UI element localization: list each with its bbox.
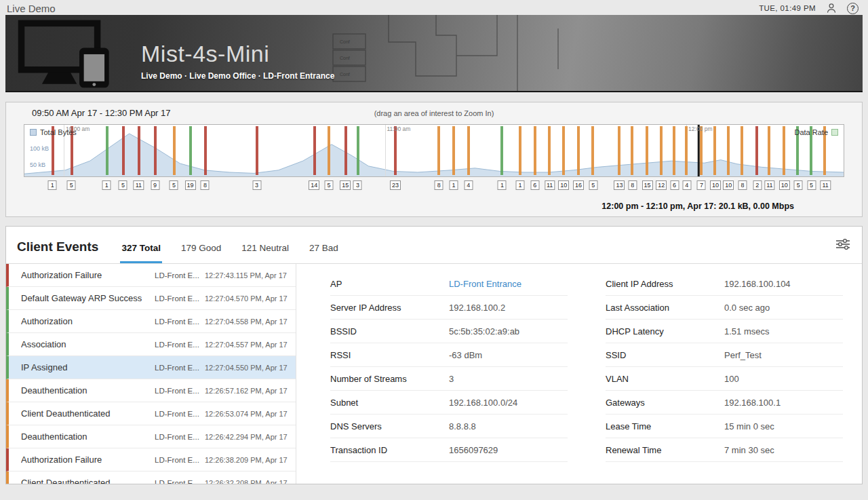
event-marker[interactable]: [189, 126, 192, 175]
event-timestamp: 12:27:04.557 PM, Apr 17: [205, 341, 292, 349]
event-row[interactable]: IP AssignedLD-Front E...12:27:04.550 PM,…: [6, 356, 296, 379]
event-count-box[interactable]: 5: [325, 180, 334, 190]
event-count-box[interactable]: 19: [185, 180, 196, 190]
traffic-timeline-chart[interactable]: Total Bytes Data Rate 100 kB 50 kB 10:00…: [24, 124, 844, 177]
event-marker[interactable]: [106, 126, 108, 175]
event-count-box[interactable]: 1: [102, 180, 111, 190]
event-marker[interactable]: [727, 126, 730, 175]
event-marker[interactable]: [562, 126, 565, 175]
event-marker[interactable]: [154, 126, 157, 175]
event-count-box[interactable]: 14: [309, 180, 319, 190]
event-marker[interactable]: [452, 126, 455, 175]
event-marker[interactable]: [631, 126, 633, 175]
event-marker[interactable]: [548, 126, 551, 175]
event-marker[interactable]: [138, 126, 140, 175]
event-count-box[interactable]: 16: [573, 180, 584, 190]
event-timestamp: 12:27:04.550 PM, Apr 17: [205, 364, 292, 372]
event-marker[interactable]: [768, 126, 770, 175]
event-count-box[interactable]: 8: [201, 180, 210, 190]
event-marker[interactable]: [519, 126, 521, 175]
event-count-box[interactable]: 1: [516, 180, 525, 190]
event-marker[interactable]: [344, 126, 347, 175]
event-marker[interactable]: [500, 126, 503, 175]
tab-327-total[interactable]: 327 Total: [120, 243, 162, 263]
event-marker[interactable]: [783, 126, 785, 175]
event-marker[interactable]: [646, 126, 648, 175]
detail-label: Last Association: [606, 303, 724, 313]
event-count-box[interactable]: 8: [628, 180, 637, 190]
event-marker[interactable]: [685, 126, 688, 175]
event-count-box[interactable]: 15: [642, 180, 653, 190]
event-count-box[interactable]: 5: [67, 180, 76, 190]
event-count-box[interactable]: 10: [779, 180, 790, 190]
event-marker[interactable]: [713, 126, 716, 175]
tab-121-neutral[interactable]: 121 Neutral: [240, 243, 290, 263]
event-row[interactable]: Client DeauthenticatedLD-Front E...12:26…: [6, 402, 296, 425]
event-count-box[interactable]: 10: [558, 180, 569, 190]
event-count-box[interactable]: 5: [170, 180, 178, 190]
event-count-box[interactable]: 3: [353, 180, 362, 190]
event-count-box[interactable]: 5: [807, 180, 816, 190]
event-marker[interactable]: [328, 126, 330, 175]
event-count-box[interactable]: 5: [794, 180, 803, 190]
event-count-box[interactable]: 4: [682, 180, 691, 190]
event-row[interactable]: DeauthenticationLD-Front E...12:26:57.16…: [6, 379, 296, 402]
event-count-box[interactable]: 5: [589, 180, 597, 190]
event-marker[interactable]: [173, 126, 176, 175]
event-count-box[interactable]: 2: [753, 180, 762, 190]
event-count-box[interactable]: 11: [134, 180, 144, 190]
event-marker[interactable]: [618, 126, 620, 175]
event-marker[interactable]: [357, 126, 359, 175]
event-count-box[interactable]: 6: [530, 180, 539, 190]
filter-icon[interactable]: [836, 239, 850, 263]
event-row[interactable]: AssociationLD-Front E...12:27:04.557 PM,…: [6, 333, 296, 356]
event-marker[interactable]: [204, 126, 207, 175]
event-marker[interactable]: [591, 126, 594, 175]
help-icon[interactable]: ?: [847, 3, 859, 14]
event-count-box[interactable]: 1: [450, 180, 458, 190]
event-marker[interactable]: [437, 126, 440, 175]
event-count-box[interactable]: 11: [545, 180, 555, 190]
event-count-box[interactable]: 1: [48, 180, 57, 190]
event-count-box[interactable]: 8: [435, 180, 443, 190]
event-marker[interactable]: [577, 126, 580, 175]
event-marker[interactable]: [534, 126, 536, 175]
event-count-box[interactable]: 3: [252, 180, 261, 190]
event-row[interactable]: Authorization FailureLD-Front E...12:27:…: [6, 264, 296, 287]
event-count-box[interactable]: 23: [390, 180, 401, 190]
tab-179-good[interactable]: 179 Good: [180, 243, 222, 263]
event-row[interactable]: AuthorizationLD-Front E...12:27:04.558 P…: [6, 310, 296, 333]
tab-27-bad[interactable]: 27 Bad: [308, 243, 340, 263]
event-count-box[interactable]: 5: [119, 180, 127, 190]
event-count-box[interactable]: 4: [464, 180, 473, 190]
event-count-box[interactable]: 11: [820, 180, 830, 190]
event-count-box[interactable]: 10: [710, 180, 721, 190]
event-count-box[interactable]: 12: [656, 180, 667, 190]
detail-value-link[interactable]: LD-Front Entrance: [449, 279, 521, 289]
event-count-box[interactable]: 10: [723, 180, 734, 190]
event-row[interactable]: Default Gateway ARP SuccessLD-Front E...…: [6, 287, 296, 310]
event-marker[interactable]: [256, 126, 258, 175]
event-marker[interactable]: [673, 126, 675, 175]
event-row[interactable]: DeauthenticationLD-Front E...12:26:42.29…: [6, 425, 296, 448]
event-marker[interactable]: [700, 126, 703, 175]
event-row[interactable]: Client DeauthenticatedLD-Front E...12:26…: [6, 472, 296, 484]
event-count-box[interactable]: 7: [697, 180, 706, 190]
event-marker[interactable]: [122, 126, 125, 175]
event-count-box[interactable]: 8: [738, 180, 747, 190]
selection-line[interactable]: [698, 125, 700, 176]
event-marker[interactable]: [660, 126, 663, 175]
event-count-box[interactable]: 15: [340, 180, 351, 190]
event-marker[interactable]: [313, 126, 316, 175]
event-marker[interactable]: [755, 126, 758, 175]
event-marker[interactable]: [467, 126, 470, 175]
event-count-box[interactable]: 9: [151, 180, 159, 190]
event-row[interactable]: Authorization FailureLD-Front E...12:26:…: [6, 448, 296, 472]
event-marker[interactable]: [741, 126, 743, 175]
event-count-box[interactable]: 11: [764, 180, 774, 190]
event-marker[interactable]: [394, 126, 397, 175]
event-count-box[interactable]: 6: [670, 180, 679, 190]
event-count-box[interactable]: 1: [498, 180, 507, 190]
user-icon[interactable]: [825, 2, 837, 14]
event-count-box[interactable]: 13: [614, 180, 625, 190]
